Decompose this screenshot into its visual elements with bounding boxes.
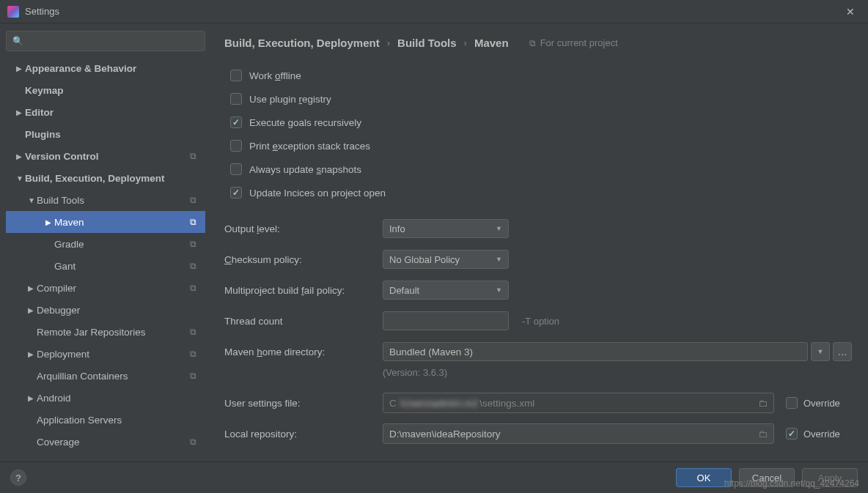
sidebar-item-android[interactable]: ▶Android [6, 387, 205, 409]
footer: ? OK Cancel Apply [0, 462, 868, 493]
titlebar: Settings ✕ [0, 0, 868, 23]
maven-home-dropdown-button[interactable]: ▼ [811, 342, 830, 361]
sidebar-item-application-servers[interactable]: Application Servers [6, 409, 205, 431]
scope-icon: ⧉ [190, 283, 196, 293]
scope-icon: ⧉ [190, 261, 196, 271]
sidebar-item-label: Keymap [25, 85, 205, 96]
checkbox-label: Work offline [249, 70, 301, 81]
expand-icon: ▶ [28, 350, 37, 358]
chevron-icon: › [464, 37, 467, 48]
sidebar-item-gradle[interactable]: Gradle⧉ [6, 233, 205, 255]
chevron-down-icon: ▼ [496, 286, 502, 294]
sidebar-item-label: Application Servers [37, 415, 205, 426]
breadcrumb: Build, Execution, Deployment › Build Too… [224, 37, 852, 49]
user-settings-label: User settings file: [224, 398, 383, 409]
checksum-select[interactable]: No Global Policy▼ [383, 250, 509, 269]
checksum-label: Checksum policy: [224, 254, 383, 265]
sidebar-item-version-control[interactable]: ▶Version Control⧉ [6, 145, 205, 167]
sidebar-item-remote-jar-repositories[interactable]: Remote Jar Repositories⧉ [6, 321, 205, 343]
sidebar-item-gant[interactable]: Gant⧉ [6, 255, 205, 277]
scope-icon: ⧉ [190, 151, 196, 161]
checkbox-label: Print exception stack traces [249, 141, 370, 152]
sidebar-item-label: Gradle [54, 239, 190, 250]
apply-button[interactable]: Apply [802, 468, 858, 487]
maven-home-combo[interactable]: Bundled (Maven 3) [383, 342, 808, 361]
sidebar-item-label: Arquillian Containers [37, 371, 190, 382]
sidebar-item-debugger[interactable]: ▶Debugger [6, 299, 205, 321]
sidebar-item-label: Deployment [37, 349, 190, 360]
checkbox[interactable] [230, 163, 242, 175]
checkbox-work-offline[interactable]: Work offline [230, 64, 852, 87]
checkbox[interactable] [230, 140, 242, 152]
sidebar-item-plugins[interactable]: Plugins [6, 123, 205, 145]
sidebar-item-build-tools[interactable]: ▼Build Tools⧉ [6, 189, 205, 211]
breadcrumb-b[interactable]: Build Tools [397, 37, 457, 49]
checkbox[interactable] [230, 187, 242, 199]
local-repo-label: Local repository: [224, 429, 383, 440]
sidebar-item-compiler[interactable]: ▶Compiler⧉ [6, 277, 205, 299]
breadcrumb-a[interactable]: Build, Execution, Deployment [224, 37, 380, 49]
checkbox-plugin-registry[interactable]: Use plugin registry [230, 87, 852, 111]
window-title: Settings [25, 6, 840, 17]
expand-icon: ▶ [28, 284, 37, 292]
checkbox-label: Use plugin registry [249, 94, 331, 105]
thread-count-label: Thread count [224, 316, 383, 327]
sidebar-item-coverage[interactable]: Coverage⧉ [6, 431, 205, 453]
sidebar: 🔍 ▶Appearance & BehaviorKeymap▶EditorPlu… [0, 23, 211, 462]
folder-icon[interactable]: 🗀 [758, 429, 768, 440]
multiproject-select[interactable]: Default▼ [383, 281, 509, 300]
checkbox[interactable] [230, 116, 242, 128]
search-icon: 🔍 [12, 36, 23, 46]
sidebar-item-maven[interactable]: ▶Maven⧉ [6, 211, 205, 233]
expand-icon: ▶ [45, 218, 54, 226]
maven-home-label: Maven home directory: [224, 346, 383, 357]
sidebar-item-appearance-behavior[interactable]: ▶Appearance & Behavior [6, 57, 205, 79]
local-repo-override-checkbox[interactable] [786, 428, 798, 440]
search-field[interactable] [26, 36, 199, 47]
expand-icon: ▶ [16, 152, 25, 160]
maven-home-browse-button[interactable]: … [833, 342, 852, 361]
sidebar-item-arquillian-containers[interactable]: Arquillian Containers⧉ [6, 365, 205, 387]
scope-icon: ⧉ [190, 217, 196, 227]
close-icon[interactable]: ✕ [840, 3, 861, 21]
thread-count-input[interactable] [383, 311, 509, 330]
scope-icon: ⧉ [190, 195, 196, 205]
sidebar-item-label: Version Control [25, 151, 190, 162]
sidebar-item-keymap[interactable]: Keymap [6, 79, 205, 101]
ok-button[interactable]: OK [676, 468, 732, 487]
settings-tree: ▶Appearance & BehaviorKeymap▶EditorPlugi… [6, 57, 205, 453]
search-input[interactable]: 🔍 [6, 31, 205, 51]
checkbox-print-exception[interactable]: Print exception stack traces [230, 134, 852, 157]
sidebar-item-label: Maven [54, 217, 190, 228]
scope-icon: ⧉ [190, 349, 196, 359]
sidebar-item-build-execution-deployment[interactable]: ▼Build, Execution, Deployment [6, 167, 205, 189]
maven-version: (Version: 3.6.3) [383, 367, 852, 388]
folder-icon[interactable]: 🗀 [758, 398, 768, 409]
thread-count-aux: -T option [522, 316, 559, 327]
breadcrumb-c[interactable]: Maven [474, 37, 509, 49]
local-repo-field[interactable]: D:\maven\ideaRepository 🗀 [383, 423, 774, 444]
sidebar-item-deployment[interactable]: ▶Deployment⧉ [6, 343, 205, 365]
expand-icon: ▶ [28, 394, 37, 402]
help-button[interactable]: ? [10, 470, 26, 486]
user-settings-override-checkbox[interactable] [786, 397, 798, 409]
checkbox-always-update[interactable]: Always update snapshots [230, 157, 852, 181]
chevron-icon: › [387, 37, 390, 48]
expand-icon: ▼ [28, 196, 37, 204]
sidebar-item-label: Appearance & Behavior [25, 63, 205, 74]
multiproject-label: Multiproject build fail policy: [224, 285, 383, 296]
user-settings-field[interactable]: C:\Users\admin\.m2\settings.xml 🗀 [383, 393, 774, 413]
checkbox[interactable] [230, 70, 242, 81]
sidebar-item-label: Coverage [37, 437, 190, 448]
sidebar-item-editor[interactable]: ▶Editor [6, 101, 205, 123]
checkbox[interactable] [230, 93, 242, 105]
output-level-label: Output level: [224, 223, 383, 234]
cancel-button[interactable]: Cancel [739, 468, 795, 487]
checkbox-update-indices[interactable]: Update Incices on project open [230, 181, 852, 204]
checkbox-execute-goals[interactable]: Execute goals recursively [230, 111, 852, 134]
sidebar-item-label: Android [37, 393, 205, 404]
expand-icon: ▶ [16, 64, 25, 73]
ellipsis-icon: … [838, 346, 847, 357]
output-level-select[interactable]: Info▼ [383, 219, 509, 238]
sidebar-item-label: Plugins [25, 129, 205, 140]
